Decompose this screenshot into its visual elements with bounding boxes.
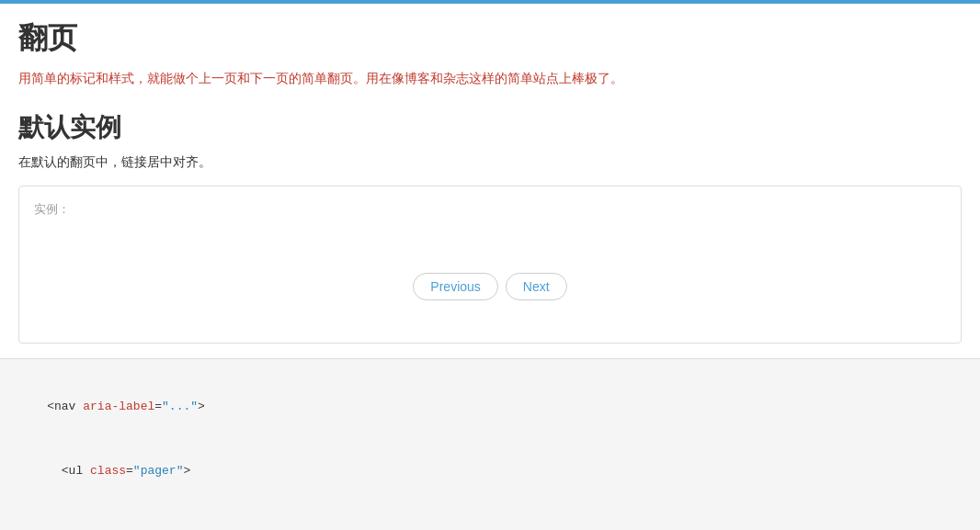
next-button[interactable]: Next bbox=[506, 273, 567, 300]
code-tag: <nav bbox=[47, 400, 83, 413]
pager-demo: Previous Next bbox=[34, 254, 946, 328]
page-subtitle: 用简单的标记和样式，就能做个上一页和下一页的简单翻页。用在像博客和杂志这样的简单… bbox=[18, 68, 962, 88]
previous-button[interactable]: Previous bbox=[413, 273, 497, 300]
code-attr-class: class bbox=[90, 464, 126, 478]
code-tag-eq: = bbox=[154, 400, 162, 413]
page-title: 翻页 bbox=[18, 18, 962, 59]
code-block: <nav aria-label="..."> <ul class="pager"… bbox=[0, 358, 980, 530]
code-line-1: <nav aria-label="..."> bbox=[18, 374, 962, 438]
example-box: 实例： Previous Next bbox=[18, 186, 962, 344]
code-tag-close: > bbox=[198, 400, 205, 413]
code-line-2: <ul class="pager"> bbox=[18, 439, 962, 503]
code-attr-name: aria-label bbox=[83, 400, 154, 413]
code-attr-value: "..." bbox=[162, 400, 198, 413]
code-tag-indent: <ul bbox=[47, 464, 90, 478]
example-label: 实例： bbox=[34, 201, 946, 218]
code-line-3: <li><a href="#">Previous</a></li> bbox=[18, 503, 962, 530]
section-title: 默认实例 bbox=[18, 110, 962, 145]
section-desc: 在默认的翻页中，链接居中对齐。 bbox=[18, 154, 962, 171]
